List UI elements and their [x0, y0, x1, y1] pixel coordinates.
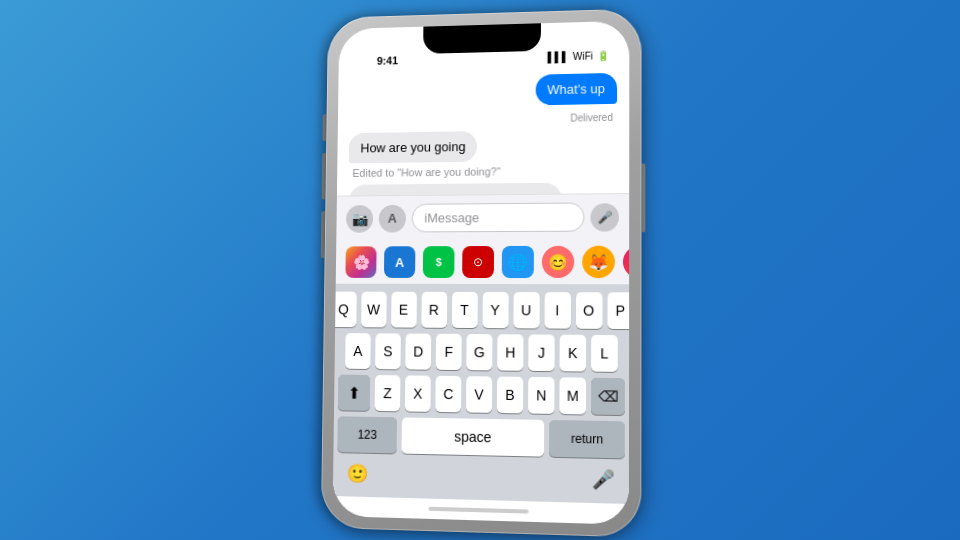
appstore-icon: A	[388, 211, 397, 226]
key-u[interactable]: U	[513, 292, 539, 328]
delivered-label: Delivered	[349, 112, 617, 128]
sent-message-text: What's up	[547, 81, 605, 97]
app-icons-strip: 🌸 A $ ⊙ 🌐 😊 🦊 ❤	[336, 240, 629, 285]
delete-key[interactable]: ⌫	[591, 378, 625, 415]
avatar1-app-icon[interactable]: 😊	[542, 246, 574, 278]
key-y[interactable]: Y	[482, 292, 508, 328]
key-c[interactable]: C	[435, 376, 461, 413]
wifi-icon: WiFi	[573, 51, 593, 62]
key-d[interactable]: D	[405, 334, 431, 370]
key-m[interactable]: M	[559, 377, 586, 414]
dictation-icon[interactable]: 🎤	[592, 468, 615, 491]
key-t[interactable]: T	[451, 292, 477, 328]
photos-app-icon[interactable]: 🌸	[345, 246, 376, 278]
key-g[interactable]: G	[466, 334, 492, 370]
power-button	[641, 164, 645, 233]
status-icons: ▌▌▌ WiFi 🔋	[548, 50, 610, 62]
appstore-app-icon[interactable]: A	[384, 246, 415, 278]
key-i[interactable]: I	[544, 292, 570, 329]
keyboard-row-4: 123 space return	[337, 416, 625, 458]
mic-icon: 🎤	[597, 210, 612, 224]
edited-label: Edited to "How are you doing?"	[349, 165, 501, 179]
key-e[interactable]: E	[391, 292, 417, 328]
key-n[interactable]: N	[528, 377, 554, 414]
shift-key[interactable]: ⬆	[338, 375, 370, 411]
target-app-icon[interactable]: ⊙	[462, 246, 494, 278]
received-message-1-text: How are you going	[360, 139, 465, 155]
cash-app-icon[interactable]: $	[423, 246, 455, 278]
emoji-icon[interactable]: 🙂	[347, 462, 369, 485]
return-key[interactable]: return	[550, 420, 625, 458]
numbers-key[interactable]: 123	[337, 416, 397, 453]
key-b[interactable]: B	[497, 377, 523, 414]
screen-content: 9:41 ▌▌▌ WiFi 🔋 What's up Delivered	[333, 21, 630, 525]
key-z[interactable]: Z	[375, 375, 401, 411]
notch	[423, 23, 541, 54]
key-p[interactable]: P	[607, 292, 629, 329]
globe-app-icon[interactable]: 🌐	[502, 246, 534, 278]
mic-button[interactable]: 🎤	[590, 203, 619, 231]
sent-message: What's up	[535, 73, 617, 106]
keyboard: Q W E R T Y U I O P A S	[333, 284, 629, 504]
battery-icon: 🔋	[597, 50, 609, 61]
key-l[interactable]: L	[591, 335, 618, 372]
key-q[interactable]: Q	[333, 292, 357, 328]
key-h[interactable]: H	[497, 334, 523, 371]
key-k[interactable]: K	[560, 335, 587, 372]
imessage-input[interactable]: iMessage	[412, 202, 585, 232]
space-key[interactable]: space	[402, 417, 545, 456]
received-message-1: How are you going	[349, 131, 478, 163]
phone-frame: 9:41 ▌▌▌ WiFi 🔋 What's up Delivered	[321, 8, 642, 537]
home-bar	[429, 507, 529, 514]
phone-screen: 9:41 ▌▌▌ WiFi 🔋 What's up Delivered	[333, 21, 630, 525]
key-a[interactable]: A	[345, 333, 371, 369]
key-s[interactable]: S	[375, 333, 401, 369]
key-w[interactable]: W	[361, 292, 387, 328]
keyboard-bottom: 🙂 🎤	[337, 458, 625, 500]
camera-icon: 📷	[351, 211, 368, 227]
imessage-placeholder: iMessage	[424, 210, 479, 225]
avatar2-app-icon[interactable]: 🦊	[582, 246, 615, 278]
signal-icon: ▌▌▌	[548, 51, 569, 62]
home-indicator	[333, 496, 629, 525]
keyboard-row-3: ⬆ Z X C V B N M ⌫	[338, 375, 625, 416]
phone-wrapper: 9:41 ▌▌▌ WiFi 🔋 What's up Delivered	[321, 8, 642, 537]
key-f[interactable]: F	[436, 334, 462, 370]
messages-area: What's up Delivered How are you going Ed…	[337, 65, 629, 196]
input-bar: 📷 A iMessage 🎤	[336, 193, 629, 241]
status-time: 9:41	[377, 54, 398, 66]
key-v[interactable]: V	[466, 376, 492, 413]
key-r[interactable]: R	[421, 292, 447, 328]
appstore-button[interactable]: A	[379, 204, 406, 232]
key-j[interactable]: J	[528, 334, 554, 371]
keyboard-row-2: A S D F G H J K L	[338, 333, 625, 372]
key-x[interactable]: X	[405, 375, 431, 411]
heart-app-icon[interactable]: ❤	[623, 246, 629, 279]
keyboard-row-1: Q W E R T Y U I O P	[339, 292, 625, 329]
camera-button[interactable]: 📷	[346, 205, 373, 233]
key-o[interactable]: O	[575, 292, 602, 329]
